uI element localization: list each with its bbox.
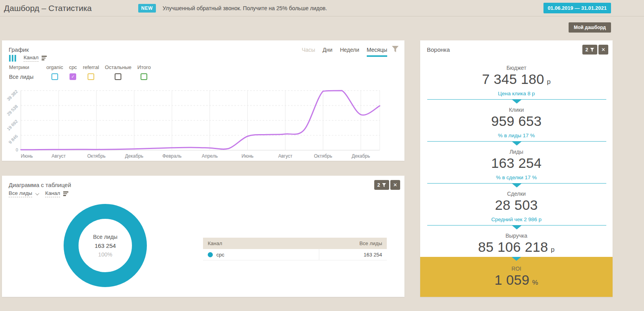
checkbox-Остальные[interactable] (115, 73, 121, 80)
channel-name: cpc (216, 252, 224, 258)
filter-count-button[interactable]: 2 (374, 180, 389, 190)
svg-text:Декабрь: Декабрь (125, 153, 143, 159)
chart-panel-title: График (9, 46, 29, 53)
funnel-icon (382, 183, 386, 187)
chart-panel: График ЧасыДниНеделиМесяцы Канал Метрики… (2, 40, 404, 161)
svg-text:Июнь: Июнь (21, 153, 33, 159)
chart-period-tabs: ЧасыДниНеделиМесяцы (302, 47, 387, 57)
stage-label: Сделки (420, 191, 613, 197)
svg-text:19 692: 19 692 (6, 119, 18, 131)
sort-icon[interactable] (42, 56, 47, 60)
donut-chart: Все лиды 163 254 100% (64, 204, 147, 287)
funnel-stage-Выручка: Выручка85 106 218р (420, 226, 613, 257)
tab-Дни[interactable]: Дни (323, 47, 333, 57)
svg-text:9 846: 9 846 (7, 134, 18, 145)
funnel-stage-ROI: ROI1 059% (420, 257, 613, 297)
donut-center-label: Все лиды (93, 234, 117, 240)
series-dot-icon (208, 252, 213, 257)
date-range-button[interactable]: 01.06.2019 — 31.01.2021 (543, 3, 611, 13)
diagram-panel-title: Диаграмма с таблицей (9, 182, 71, 188)
tab-Месяцы[interactable]: Месяцы (367, 47, 387, 57)
series-label: organic (46, 63, 63, 71)
funnel-panel-actions: 2 ✕ (582, 45, 608, 55)
diagram-panel-actions: 2 ✕ (374, 180, 400, 190)
checkbox-Итого[interactable] (141, 73, 147, 80)
funnel-stage-Бюджет: Бюджет7 345 180рЦена клика 8 р (420, 58, 613, 100)
stage-sublink[interactable]: Цена клика 8 р (498, 91, 535, 96)
checkbox-referral[interactable] (88, 73, 94, 80)
donut-center-percent: 100% (98, 251, 112, 258)
svg-text:29 538: 29 538 (6, 104, 18, 116)
close-icon[interactable]: ✕ (390, 180, 400, 190)
dimension-selector[interactable]: Канал (45, 190, 60, 197)
channel-table: Канал Все лиды cpc163 254 (203, 238, 387, 260)
stage-value: 959 653 (420, 113, 613, 129)
svg-text:Октябрь: Октябрь (314, 153, 332, 159)
stage-value: 85 106 218р (420, 239, 613, 255)
metrics-row-label: Все лиды (9, 71, 33, 82)
svg-text:Октябрь: Октябрь (87, 153, 106, 159)
chevron-down-icon (35, 191, 39, 195)
sort-icon[interactable] (63, 191, 68, 196)
funnel-icon (590, 48, 594, 52)
filter-count-button[interactable]: 2 (582, 45, 597, 55)
metric-dropdown[interactable]: Все лиды (9, 190, 32, 197)
stage-unit: % (532, 279, 538, 286)
checkbox-organic[interactable] (51, 73, 58, 80)
new-badge: NEW (138, 4, 156, 13)
funnel-arrow-icon (512, 257, 521, 261)
table-row-cpc[interactable]: cpc163 254 (203, 249, 387, 260)
stage-label: Клики (420, 107, 613, 113)
svg-text:Июнь: Июнь (242, 153, 254, 159)
dimension-selector[interactable]: Канал (24, 55, 38, 62)
funnel-stage-Сделки: Сделки28 503Средний чек 2 986 р (420, 184, 613, 226)
metric-column-cpc: cpc✓ (69, 63, 77, 82)
stage-value: 163 254 (420, 155, 613, 171)
svg-text:Декабрь: Декабрь (351, 153, 370, 159)
svg-text:0: 0 (16, 147, 18, 152)
metric-column-Остальные: Остальные (105, 63, 132, 82)
col-channel: Канал (208, 240, 222, 246)
tab-Недели[interactable]: Недели (340, 47, 359, 57)
diagram-controls: Все лиды Канал (9, 190, 68, 197)
stage-label: Бюджет (420, 65, 613, 71)
metric-column-organic: organic (46, 63, 63, 82)
funnel-stage-Клики: Клики959 653% в лиды 17 % (420, 100, 613, 142)
stage-label: Выручка (420, 233, 613, 239)
metrics-label-column: Метрики Все лиды (9, 63, 40, 82)
svg-text:Апрель: Апрель (202, 153, 218, 159)
metric-column-Итого: Итого (137, 63, 151, 82)
filter-icon[interactable] (392, 46, 399, 54)
tab-Часы[interactable]: Часы (302, 47, 315, 57)
table-body: cpc163 254 (203, 249, 387, 260)
promo-text: Улучшенный обратный звонок. Получите на … (163, 5, 327, 11)
svg-text:Август: Август (278, 153, 293, 159)
series-label: referral (83, 63, 99, 71)
metric-column-referral: referral (83, 63, 99, 82)
close-icon[interactable]: ✕ (598, 45, 608, 55)
donut-center: Все лиды 163 254 100% (79, 219, 132, 272)
stage-value: 1 059% (420, 272, 613, 288)
line-chart[interactable]: 09 84619 69229 53839 382ИюньАвгустОктябр… (6, 84, 401, 160)
stage-sublink[interactable]: % в лиды 17 % (498, 133, 535, 138)
donut-center-value: 163 254 (95, 242, 116, 249)
funnel-panel: Воронка 2 ✕ Бюджет7 345 180рЦена клика 8… (420, 40, 613, 297)
filter-count: 2 (585, 47, 588, 53)
stage-sublink[interactable]: % в сделки 17 % (496, 175, 537, 180)
page-title: Дашборд – Статистика (4, 4, 92, 13)
stage-label: Лиды (420, 149, 613, 155)
stage-sublink[interactable]: Средний чек 2 986 р (491, 216, 542, 222)
funnel-stages: Бюджет7 345 180рЦена клика 8 рКлики959 6… (420, 58, 613, 297)
table-header: Канал Все лиды (203, 238, 387, 249)
svg-text:Август: Август (51, 153, 66, 159)
stage-label: ROI (420, 266, 613, 272)
funnel-panel-title: Воронка (427, 46, 450, 53)
funnel-stage-Лиды: Лиды163 254% в сделки 17 % (420, 142, 613, 184)
columns-chart-icon[interactable] (9, 55, 16, 62)
stage-unit: р (551, 246, 555, 253)
stage-unit: р (547, 78, 551, 85)
checkbox-cpc[interactable]: ✓ (70, 73, 76, 80)
col-all-leads: Все лиды (359, 240, 382, 246)
diagram-panel: Диаграмма с таблицей 2 ✕ Все лиды Канал … (2, 176, 404, 297)
my-dashboard-button[interactable]: Мой дашборд (569, 22, 611, 33)
